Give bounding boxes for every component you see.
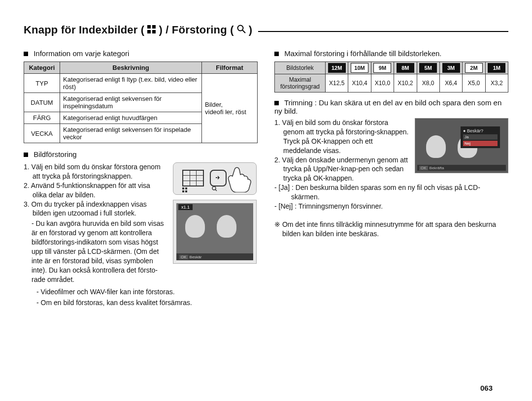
dialog-option-no[interactable]: Nej [463,141,498,146]
cell-cat: VECKA [24,124,60,143]
svg-rect-7 [182,187,184,189]
thumbnail-icon [182,187,187,193]
zoom-icon [210,170,227,186]
zoom-value: X10,4 [348,74,371,93]
dialog-option-yes[interactable]: Ja [463,134,498,140]
size-badge: 9M [371,62,394,74]
size-badge: 10M [348,62,371,74]
th-beskrivning: Beskrivning [60,62,202,74]
enlarge-body: 1. Välj en bild som du önskar förstora g… [24,162,258,285]
zoom-value: X10,2 [394,74,417,93]
cell-desc: Kategoriserad enligt fi ltyp (t.ex. bild… [60,74,202,93]
svg-rect-10 [185,190,187,192]
svg-rect-8 [185,187,187,189]
list-item: 1. Välj en bild som du önskar förstora g… [24,162,166,181]
svg-rect-3 [152,30,156,33]
zoom-value: X10,0 [371,74,394,93]
cell-fileformat: Bilder, videofi ler, röst [202,74,258,143]
face-shape [185,215,205,238]
bullet-icon [274,101,279,105]
svg-line-5 [242,30,245,33]
cell-desc: Kategoriserad enligt sekvensen för inspe… [60,93,202,112]
table-header-row: Kategori Beskrivning Filformat [24,62,258,74]
enlarge-text-block: 1. Välj en bild som du önskar förstora g… [24,162,166,285]
page-title: Knapp för Indexbilder ( ) / Förstoring (… [24,24,508,36]
size-badge: 2M [463,62,485,74]
photo-status-bar: OK Beskär [176,253,253,260]
table-row: TYP Kategoriserad enligt fi ltyp (t.ex. … [24,74,258,93]
dash-item: - Om en bild förstoras, kan dess kvalite… [41,298,258,308]
svg-rect-0 [147,25,151,29]
photo-faces [185,215,236,238]
trim-section: Trimning : Du kan skära ut en del av en … [274,98,508,239]
zoom-value: X8,0 [417,74,439,93]
title-prefix: Knapp för Indexbilder ( [24,24,144,36]
camera-illustration [173,162,257,195]
zoom-table: Bildstorlek 12M 10M 9M 8M 5M 3M 2M 1M Ma… [274,62,508,93]
size-badge: 3M [439,62,462,74]
page: Knapp för Indexbilder ( ) / Förstoring (… [0,0,532,401]
trim-steps: 1. Välj en bild som du önskar förstora g… [274,118,409,183]
trim-text: 1. Välj en bild som du önskar förstora g… [274,118,409,183]
svg-rect-6 [216,177,217,178]
svg-point-11 [212,186,216,190]
photo-illustration: x1.1 OK Beskär [173,200,257,264]
size-badge: 1M [485,62,508,74]
section-heading-text: Bildförstoring [33,150,77,158]
section-heading-text: Maximal förstoring i förhållande till bi… [284,49,441,58]
svg-rect-9 [182,190,184,192]
size-badge: 5M [417,62,439,74]
table-row: Bildstorlek 12M 10M 9M 8M 5M 3M 2M 1M [275,62,508,74]
zoom-value: X5,0 [463,74,485,93]
face-shape [217,215,236,238]
dialog-title: ● Beskär? [463,128,498,133]
thumbnail-icon [182,170,204,186]
trim-body: 1. Välj en bild som du önskar förstora g… [274,118,508,183]
cell-cat: DATUM [24,93,60,112]
cell-cat: FÄRG [24,112,60,124]
dash-item: - Du kan avgöra huruvida en bild som vis… [32,219,166,284]
zoom-value: X3,2 [485,74,508,93]
option-ja-desc: - [Ja] : Den beskurna bilden sparas som … [291,183,508,202]
face-shape [426,135,446,158]
enlarge-steps: 1. Välj en bild som du önskar förstora g… [24,162,166,218]
zoom-row-label: Bildstorlek [275,62,326,74]
cell-desc: Kategoriserad enligt sekvensen för inspe… [60,124,202,143]
footnote: ※ Om det inte finns tillräcklig minnesut… [274,220,508,239]
bullet-icon [24,52,28,56]
trim-heading-a: Trimning : [284,98,319,107]
cell-desc: Kategoriserad enligt huvudfärgen [60,112,202,124]
dialog-bar-label: Bekräfta [430,166,444,170]
dash-item: - Videofilmer och WAV-filer kan inte för… [41,287,258,297]
section-heading: Maximal förstoring i förhållande till bi… [274,49,508,58]
svg-rect-2 [147,30,151,33]
photo-bar-label: Beskär [190,255,202,259]
hand-pointer-icon [226,165,255,192]
zoom-row-label: Maximal förstoringsgrad [275,74,326,93]
right-column: Maximal förstoring i förhållande till bi… [274,46,508,308]
list-item: 1. Välj en bild som du önskar förstora g… [274,118,409,155]
svg-rect-1 [152,25,156,29]
section-heading: Bildförstoring [24,150,258,158]
category-table: Kategori Beskrivning Filformat TYP Kateg… [24,62,258,143]
title-suffix: ) [249,24,253,36]
svg-line-12 [215,189,217,191]
bullet-icon [274,52,279,56]
trim-illustration: ● Beskär? Ja Nej OK Bekräfta [415,118,508,173]
table-row: Maximal förstoringsgrad X12,5 X10,4 X10,… [275,74,508,93]
bullet-icon [24,153,28,157]
cell-cat: TYP [24,74,60,93]
list-item: 2. Använd 5-funktionsknappen för att vis… [24,181,166,200]
size-badge: 12M [326,62,348,74]
zoom-value: X12,5 [326,74,348,93]
columns: Information om varje kategori Kategori B… [24,46,508,308]
list-item: 3. Om du trycker på indexknappen visas b… [24,200,166,218]
section-heading-text: Information om varje kategori [33,49,129,58]
enlarge-images: x1.1 OK Beskär [173,162,258,285]
th-filformat: Filformat [202,62,258,74]
magnifier-icon [212,185,217,193]
size-badge: 8M [394,62,417,74]
section-heading: Information om varje kategori [24,49,258,58]
title-rule [258,31,508,32]
zoom-value: X6,4 [439,74,462,93]
